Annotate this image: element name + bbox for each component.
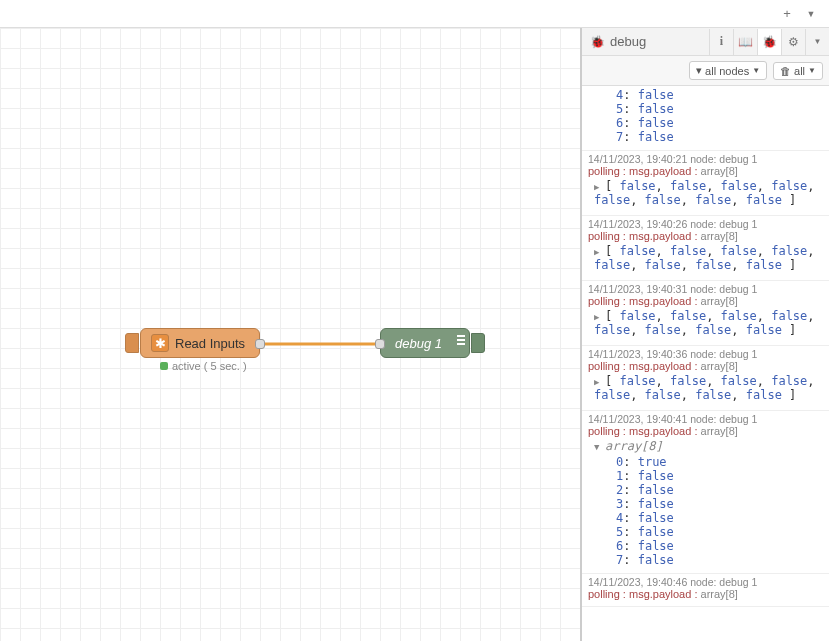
inject-trigger-button[interactable] [125, 333, 139, 353]
sidebar-title-text: debug [610, 34, 646, 49]
message-topic: polling : msg.payload : array[8] [588, 295, 823, 307]
chevron-down-icon: ▼ [752, 66, 760, 75]
debug-toggle-button[interactable] [471, 333, 485, 353]
debug-message: 14/11/2023, 19:40:21 node: debug 1pollin… [582, 151, 829, 216]
expanded-array-header[interactable]: ▼array[8] [588, 437, 823, 455]
array-item[interactable]: 7: false [588, 553, 823, 567]
message-meta: 14/11/2023, 19:40:36 node: debug 1 [588, 348, 823, 360]
info-tab-button[interactable]: i [709, 29, 733, 55]
inject-status-text: active ( 5 sec. ) [172, 360, 247, 372]
collapsed-array[interactable]: ▶[ false, false, false, false, false, fa… [588, 242, 823, 274]
main-area: ✱ Read Inputs active ( 5 sec. ) debug 1 … [0, 28, 829, 641]
debug-message-list[interactable]: 4: false5: false6: false7: false14/11/20… [582, 86, 829, 641]
array-item[interactable]: 2: false [588, 483, 823, 497]
array-item[interactable]: 6: false [588, 539, 823, 553]
inject-node-status: active ( 5 sec. ) [160, 360, 247, 372]
array-item[interactable]: 5: false [588, 525, 823, 539]
output-port[interactable] [255, 339, 265, 349]
debug-message: 14/11/2023, 19:40:26 node: debug 1pollin… [582, 216, 829, 281]
collapsed-array[interactable]: ▶[ false, false, false, false, false, fa… [588, 372, 823, 404]
inject-node-label: Read Inputs [175, 336, 245, 351]
debug-tab-button[interactable]: 🐞 [757, 29, 781, 55]
sidebar-title: 🐞 debug [582, 34, 709, 49]
tab-menu-button[interactable]: ▼ [799, 3, 823, 25]
collapsed-array[interactable]: ▶[ false, false, false, false, false, fa… [588, 307, 823, 339]
asterisk-icon: ✱ [151, 334, 169, 352]
debug-message: 14/11/2023, 19:40:41 node: debug 1pollin… [582, 411, 829, 574]
debug-node-label: debug 1 [395, 336, 442, 351]
bars-icon [457, 335, 465, 345]
wire [0, 28, 580, 641]
debug-message: 4: false5: false6: false7: false [582, 86, 829, 151]
debug-toolbar: ▾ all nodes ▼ 🗑 all ▼ [582, 56, 829, 86]
array-item[interactable]: 6: false [588, 116, 823, 130]
array-item[interactable]: 3: false [588, 497, 823, 511]
debug-message: 14/11/2023, 19:40:36 node: debug 1pollin… [582, 346, 829, 411]
array-item[interactable]: 4: false [588, 511, 823, 525]
message-topic: polling : msg.payload : array[8] [588, 360, 823, 372]
message-meta: 14/11/2023, 19:40:21 node: debug 1 [588, 153, 823, 165]
chevron-down-icon: ▼ [808, 66, 816, 75]
filter-nodes-button[interactable]: ▾ all nodes ▼ [689, 61, 767, 80]
message-topic: polling : msg.payload : array[8] [588, 165, 823, 177]
message-meta: 14/11/2023, 19:40:31 node: debug 1 [588, 283, 823, 295]
sidebar-menu-button[interactable]: ▼ [805, 29, 829, 55]
message-meta: 14/11/2023, 19:40:26 node: debug 1 [588, 218, 823, 230]
workspace-tab-bar: + ▼ [0, 0, 829, 28]
array-item[interactable]: 0: true [588, 455, 823, 469]
debug-message: 14/11/2023, 19:40:46 node: debug 1pollin… [582, 574, 829, 607]
array-item[interactable]: 1: false [588, 469, 823, 483]
array-item[interactable]: 5: false [588, 102, 823, 116]
config-tab-button[interactable]: ⚙ [781, 29, 805, 55]
filter-label: all nodes [705, 65, 749, 77]
collapsed-array[interactable]: ▶[ false, false, false, false, false, fa… [588, 177, 823, 209]
bug-icon: 🐞 [590, 35, 605, 49]
debug-message: 14/11/2023, 19:40:31 node: debug 1pollin… [582, 281, 829, 346]
clear-debug-button[interactable]: 🗑 all ▼ [773, 62, 823, 80]
message-meta: 14/11/2023, 19:40:46 node: debug 1 [588, 576, 823, 588]
trash-icon: 🗑 [780, 65, 791, 77]
flow-canvas[interactable]: ✱ Read Inputs active ( 5 sec. ) debug 1 [0, 28, 581, 641]
status-dot-icon [160, 362, 168, 370]
help-tab-button[interactable]: 📖 [733, 29, 757, 55]
message-meta: 14/11/2023, 19:40:41 node: debug 1 [588, 413, 823, 425]
array-item[interactable]: 7: false [588, 130, 823, 144]
message-topic: polling : msg.payload : array[8] [588, 425, 823, 437]
message-topic: polling : msg.payload : array[8] [588, 230, 823, 242]
input-port[interactable] [375, 339, 385, 349]
sidebar-tab-icons: i 📖 🐞 ⚙ ▼ [709, 29, 829, 55]
clear-label: all [794, 65, 805, 77]
array-item[interactable]: 4: false [588, 88, 823, 102]
filter-icon: ▾ [696, 64, 702, 77]
sidebar-header: 🐞 debug i 📖 🐞 ⚙ ▼ [582, 28, 829, 56]
add-tab-button[interactable]: + [775, 3, 799, 25]
inject-node[interactable]: ✱ Read Inputs [140, 328, 260, 358]
debug-node[interactable]: debug 1 [380, 328, 470, 358]
debug-sidebar: 🐞 debug i 📖 🐞 ⚙ ▼ ▾ all nodes ▼ 🗑 all ▼ [581, 28, 829, 641]
message-topic: polling : msg.payload : array[8] [588, 588, 823, 600]
